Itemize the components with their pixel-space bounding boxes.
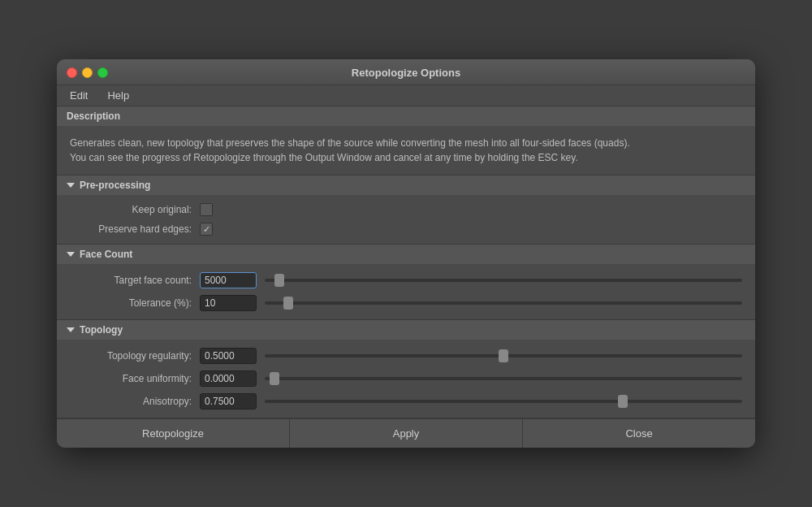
target-face-count-input[interactable] [200, 272, 257, 288]
tolerance-label: Tolerance (%): [70, 297, 200, 309]
target-face-count-slider-track[interactable] [265, 279, 742, 282]
anisotropy-row: Anisotropy: [70, 393, 742, 410]
tolerance-slider-thumb[interactable] [283, 297, 293, 310]
menu-help[interactable]: Help [104, 89, 132, 102]
close-button[interactable]: Close [523, 419, 755, 448]
maximize-traffic-light[interactable] [97, 67, 108, 78]
topology-regularity-slider-thumb[interactable] [499, 349, 508, 362]
anisotropy-label: Anisotropy: [70, 396, 200, 407]
preprocessing-arrow-icon [67, 183, 75, 188]
face-uniformity-slider-thumb[interactable] [270, 372, 279, 385]
keep-original-checkbox[interactable] [200, 203, 213, 216]
keep-original-row: Keep original: [70, 203, 742, 216]
preprocessing-content: Keep original: Preserve hard edges: [57, 195, 755, 244]
keep-original-label: Keep original: [70, 204, 200, 215]
anisotropy-input[interactable] [200, 393, 257, 410]
tolerance-row: Tolerance (%): [70, 295, 742, 311]
topology-regularity-input[interactable] [200, 348, 257, 364]
target-face-count-row: Target face count: [70, 272, 742, 288]
retopologize-button[interactable]: Retopologize [57, 419, 290, 448]
topology-regularity-slider-track[interactable] [265, 354, 742, 358]
preserve-hard-edges-label: Preserve hard edges: [70, 223, 200, 235]
apply-button[interactable]: Apply [290, 419, 523, 448]
traffic-lights [67, 67, 108, 78]
face-count-header: Face Count [57, 245, 755, 264]
topology-arrow-icon [67, 327, 75, 332]
topology-regularity-row: Topology regularity: [70, 348, 742, 364]
face-uniformity-label: Face uniformity: [70, 373, 200, 384]
topology-header: Topology [57, 320, 755, 340]
topology-header-label: Topology [80, 324, 123, 336]
description-header-label: Description [67, 110, 120, 122]
main-window: Retopologize Options Edit Help Descripti… [57, 59, 755, 448]
face-count-content: Target face count: Tolerance (%): [57, 264, 755, 319]
face-count-arrow-icon [67, 252, 75, 257]
menu-edit[interactable]: Edit [67, 89, 91, 102]
tolerance-input[interactable] [200, 295, 257, 311]
minimize-traffic-light[interactable] [82, 67, 93, 78]
close-traffic-light[interactable] [67, 67, 77, 78]
description-text2: You can see the progress of Retopologize… [70, 150, 742, 165]
window-title: Retopologize Options [352, 67, 460, 79]
target-face-count-label: Target face count: [70, 275, 200, 286]
anisotropy-slider-thumb[interactable] [618, 395, 628, 408]
face-uniformity-input[interactable] [200, 370, 257, 387]
topology-regularity-label: Topology regularity: [70, 350, 200, 362]
topology-content: Topology regularity: Face uniformity: An… [57, 340, 755, 418]
description-text1: Generates clean, new topology that prese… [70, 136, 742, 150]
anisotropy-slider-track[interactable] [265, 400, 742, 403]
description-header: Description [57, 106, 755, 126]
preprocessing-header-label: Pre-processing [80, 180, 150, 191]
description-box: Generates clean, new topology that prese… [57, 126, 755, 175]
face-uniformity-slider-track[interactable] [265, 377, 742, 380]
face-count-header-label: Face Count [80, 249, 132, 260]
face-uniformity-row: Face uniformity: [70, 370, 742, 387]
preserve-hard-edges-checkbox[interactable] [200, 223, 213, 236]
footer: Retopologize Apply Close [57, 418, 755, 448]
menu-bar: Edit Help [57, 85, 755, 106]
title-bar: Retopologize Options [57, 59, 755, 85]
target-face-count-slider-thumb[interactable] [274, 274, 284, 287]
preserve-hard-edges-row: Preserve hard edges: [70, 223, 742, 236]
tolerance-slider-track[interactable] [265, 301, 742, 305]
preprocessing-header: Pre-processing [57, 176, 755, 195]
